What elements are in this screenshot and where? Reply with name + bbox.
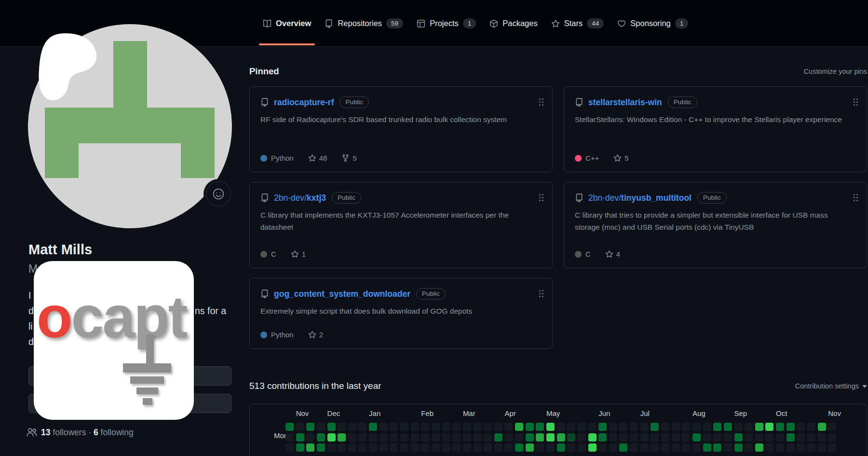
drag-handle-icon[interactable] (854, 194, 855, 195)
contribution-cell[interactable] (536, 443, 544, 452)
contribution-cell[interactable] (400, 433, 408, 442)
contribution-cell[interactable] (348, 443, 356, 452)
contribution-cell[interactable] (807, 423, 815, 431)
tab-repositories[interactable]: Repositories 59 (318, 0, 410, 47)
contribution-cell[interactable] (713, 443, 721, 452)
contribution-cell[interactable] (452, 443, 461, 452)
contribution-cell[interactable] (421, 443, 429, 452)
contribution-cell[interactable] (828, 433, 836, 442)
contribution-cell[interactable] (745, 433, 753, 442)
contribution-cell[interactable] (734, 433, 743, 442)
contribution-cell[interactable] (661, 443, 669, 452)
contribution-cell[interactable] (755, 433, 763, 442)
star-count[interactable]: 5 (613, 154, 628, 162)
contribution-cell[interactable] (285, 423, 294, 431)
tab-sponsoring[interactable]: Sponsoring 1 (610, 0, 695, 47)
contribution-cell[interactable] (546, 433, 555, 442)
contribution-cell[interactable] (578, 443, 586, 452)
contribution-cell[interactable] (306, 423, 314, 431)
contribution-cell[interactable] (588, 443, 597, 452)
contribution-cell[interactable] (651, 443, 659, 452)
contribution-cell[interactable] (317, 423, 325, 431)
contribution-cell[interactable] (724, 423, 732, 431)
contribution-cell[interactable] (327, 423, 336, 431)
star-count[interactable]: 1 (291, 250, 306, 258)
contribution-cell[interactable] (317, 433, 325, 442)
set-status-button[interactable] (206, 181, 231, 207)
contribution-cell[interactable] (557, 443, 565, 452)
contribution-cell[interactable] (296, 423, 304, 431)
contribution-cell[interactable] (609, 423, 617, 431)
contribution-cell[interactable] (504, 423, 513, 431)
contribution-cell[interactable] (463, 443, 471, 452)
contribution-cell[interactable] (755, 423, 763, 431)
contribution-cell[interactable] (306, 443, 314, 452)
contribution-cell[interactable] (369, 433, 377, 442)
contribution-cell[interactable] (692, 433, 701, 442)
contribution-cell[interactable] (588, 423, 597, 431)
contribution-cell[interactable] (442, 423, 450, 431)
contribution-cell[interactable] (818, 433, 826, 442)
contribution-cell[interactable] (546, 423, 555, 431)
contribution-cell[interactable] (411, 433, 419, 442)
contribution-cell[interactable] (765, 443, 773, 452)
contribution-cell[interactable] (390, 423, 398, 431)
contribution-cell[interactable] (285, 433, 294, 442)
contribution-cell[interactable] (380, 443, 388, 452)
contribution-cell[interactable] (598, 423, 607, 431)
contribution-cell[interactable] (692, 443, 701, 452)
contribution-cell[interactable] (484, 423, 492, 431)
contribution-cell[interactable] (411, 443, 419, 452)
contribution-cell[interactable] (526, 433, 534, 442)
contribution-cell[interactable] (474, 443, 482, 452)
contribution-cell[interactable] (724, 433, 732, 442)
contribution-cell[interactable] (640, 443, 649, 452)
contribution-cell[interactable] (494, 443, 502, 452)
contribution-cell[interactable] (776, 423, 784, 431)
contribution-cell[interactable] (609, 443, 617, 452)
contribution-cell[interactable] (630, 433, 638, 442)
drag-handle-icon[interactable] (854, 98, 855, 100)
contribution-cell[interactable] (640, 433, 649, 442)
contribution-cell[interactable] (703, 423, 711, 431)
contribution-cell[interactable] (317, 443, 325, 452)
contribution-cell[interactable] (348, 423, 356, 431)
contribution-cell[interactable] (369, 423, 377, 431)
contribution-cell[interactable] (526, 423, 534, 431)
repo-link[interactable]: radiocapture-rf (274, 97, 334, 108)
contribution-cell[interactable] (390, 443, 398, 452)
tab-projects[interactable]: Projects 1 (410, 0, 483, 47)
contribution-cell[interactable] (745, 443, 753, 452)
contribution-cell[interactable] (421, 433, 429, 442)
contribution-cell[interactable] (348, 433, 356, 442)
contribution-cell[interactable] (692, 423, 701, 431)
contribution-cell[interactable] (578, 433, 586, 442)
contribution-cell[interactable] (818, 423, 826, 431)
contribution-cell[interactable] (515, 423, 523, 431)
contribution-cell[interactable] (765, 423, 773, 431)
contribution-cell[interactable] (380, 423, 388, 431)
contribution-cell[interactable] (797, 423, 805, 431)
contribution-cell[interactable] (651, 433, 659, 442)
contribution-cell[interactable] (474, 433, 482, 442)
contribution-cell[interactable] (807, 433, 815, 442)
contribution-cell[interactable] (734, 443, 743, 452)
contribution-cell[interactable] (432, 423, 440, 431)
contribution-cell[interactable] (609, 433, 617, 442)
contribution-cell[interactable] (787, 443, 795, 452)
repo-link[interactable]: 2bn-dev/tinyusb_multitool (588, 193, 692, 203)
followers-row[interactable]: 13 followers · 6 following (27, 427, 134, 438)
tab-packages[interactable]: Packages (483, 0, 544, 47)
contribution-cell[interactable] (724, 443, 732, 452)
contribution-cell[interactable] (400, 423, 408, 431)
contribution-cell[interactable] (400, 443, 408, 452)
contribution-cell[interactable] (578, 423, 586, 431)
contribution-cell[interactable] (818, 443, 826, 452)
contribution-cell[interactable] (651, 423, 659, 431)
contribution-cell[interactable] (703, 443, 711, 452)
contribution-cell[interactable] (745, 423, 753, 431)
contribution-cell[interactable] (432, 433, 440, 442)
contribution-cell[interactable] (765, 433, 773, 442)
contribution-cell[interactable] (296, 433, 304, 442)
contribution-cell[interactable] (515, 433, 523, 442)
